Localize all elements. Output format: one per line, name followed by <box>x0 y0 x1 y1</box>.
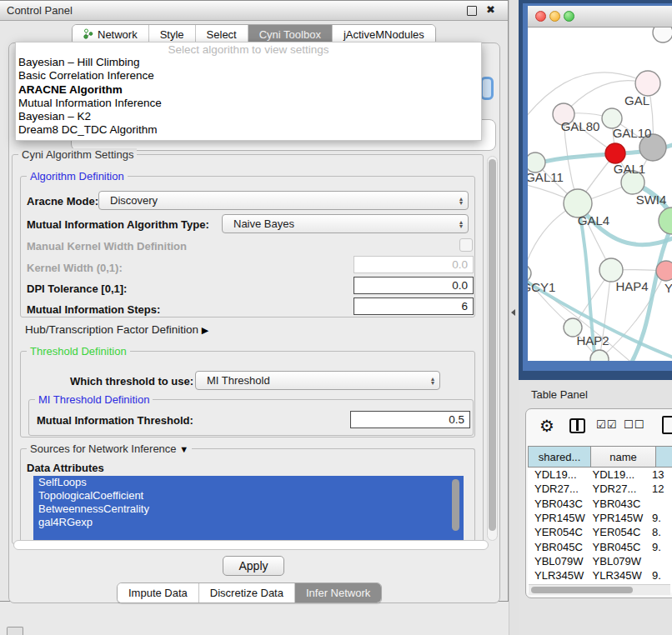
occluded-focused-combo <box>480 77 494 100</box>
table-cell: YER054C <box>528 526 586 538</box>
table-cell: YDR27... <box>586 482 645 495</box>
attribute-topologicalcoefficient[interactable]: TopologicalCoefficient <box>33 489 464 502</box>
which-threshold-combo[interactable]: MI Threshold ▴▾ <box>195 371 440 390</box>
network-canvas[interactable]: GALGAL80GAL10GAL1GAL11SWI4GAL4GCY1HAP4YH… <box>528 28 672 361</box>
network-view-window[interactable]: GALGAL80GAL10GAL1GAL11SWI4GAL4GCY1HAP4YH… <box>523 3 672 371</box>
network-node-gal1[interactable] <box>605 143 625 163</box>
mi-steps-field[interactable]: 6 <box>354 298 474 315</box>
close-traffic-icon[interactable] <box>535 11 546 22</box>
mi-steps-value: 6 <box>461 300 468 312</box>
network-node-y[interactable] <box>656 261 672 281</box>
collapse-down-icon: ▼ <box>179 444 188 454</box>
zoom-traffic-icon[interactable] <box>564 11 574 22</box>
attribute-betweennesscentrality[interactable]: BetweennessCentrality <box>33 502 464 516</box>
network-node[interactable] <box>653 28 672 42</box>
stepper-icon: ▴▾ <box>431 377 434 385</box>
network-graph-icon <box>83 28 93 42</box>
algorithm-option-basic-correlation-inference[interactable]: Basic Correlation Inference <box>16 69 481 82</box>
aracne-mode-value: Discovery <box>99 194 459 207</box>
gear-icon[interactable]: ⚙ <box>539 416 554 436</box>
sources-title[interactable]: Sources for Network Inference ▼ <box>27 442 192 455</box>
network-graph: GALGAL80GAL10GAL1GAL11SWI4GAL4GCY1HAP4YH… <box>528 28 672 361</box>
float-window-icon[interactable] <box>467 6 477 16</box>
algorithm-dropdown-prompt: Select algorithm to view settings <box>16 43 481 56</box>
network-node-gcy1[interactable] <box>528 265 531 282</box>
table-cell: YBR043C <box>586 498 645 510</box>
table-hscrollbar[interactable] <box>529 584 670 595</box>
mi-type-combo[interactable]: Naive Bayes ▴▾ <box>222 214 469 233</box>
tab-label: Infer Network <box>306 587 370 599</box>
manual-kernel-checkbox[interactable] <box>459 238 473 252</box>
settings-scrollbar[interactable] <box>487 156 498 541</box>
mi-threshold-label: Mutual Information Threshold: <box>37 414 193 427</box>
table-row[interactable]: YBR043CYBR043C <box>528 497 672 511</box>
table-row[interactable]: YLR345WYLR345W9. <box>528 568 672 582</box>
settings-hscrollbar[interactable] <box>13 540 489 550</box>
sources-title-label: Sources for Network Inference <box>30 442 177 455</box>
mi-type-value: Naive Bayes <box>223 218 459 230</box>
table-row[interactable]: YDR27...YDR27...12 <box>528 482 672 496</box>
dpi-tolerance-field[interactable]: 0.0 <box>354 277 474 294</box>
table-cell: YER054C <box>586 526 645 538</box>
algorithm-option-dream8-dc-tdc-algorithm[interactable]: Dream8 DC_TDC Algorithm <box>16 123 481 137</box>
mi-threshold-value: 0.5 <box>449 413 464 426</box>
split-columns-icon[interactable] <box>569 418 585 433</box>
network-node-label: GAL <box>624 93 649 108</box>
bottom-left-widget-fragment <box>7 627 23 635</box>
column-header-name[interactable]: name <box>591 446 656 468</box>
minimize-traffic-icon[interactable] <box>549 11 560 22</box>
network-node-gal[interactable] <box>635 71 660 96</box>
table-row[interactable]: YBR045CYBR045C9. <box>528 539 672 553</box>
document-icon[interactable] <box>662 416 672 434</box>
stepper-icon: ▴▾ <box>459 220 463 228</box>
aracne-mode-label: Aracne Mode: <box>27 195 98 208</box>
column-header-2[interactable] <box>656 446 672 468</box>
mi-threshold-field[interactable]: 0.5 <box>350 411 470 428</box>
tab-discretize-data[interactable]: Discretize Data <box>199 583 295 602</box>
tab-impute-data[interactable]: Impute Data <box>118 583 199 602</box>
table-row[interactable]: YPR145WYPR145W9. <box>528 511 672 525</box>
panel-divider[interactable] <box>509 0 519 635</box>
algorithm-option-aracne-algorithm[interactable]: ARACNE Algorithm <box>16 83 481 97</box>
tab-infer-network[interactable]: Infer Network <box>295 583 381 602</box>
table-row[interactable]: YBL079WYBL079W <box>528 554 672 568</box>
apply-button[interactable]: Apply <box>223 556 284 576</box>
close-icon[interactable]: ✖ <box>486 3 495 16</box>
hub-definition-toggle[interactable]: Hub/Transcription Factor Definition ▶ <box>25 323 208 336</box>
network-desktop: GALGAL80GAL10GAL1GAL11SWI4GAL4GCY1HAP4YH… <box>519 0 672 380</box>
network-node-label: GAL10 <box>613 126 652 140</box>
table-row[interactable]: YDL19...YDL19...13 <box>528 468 672 482</box>
algorithm-option-bayesian-hill-climbing[interactable]: Bayesian – Hill Climbing <box>16 56 481 69</box>
collapse-left-icon[interactable] <box>511 309 515 316</box>
network-node-label: GAL11 <box>528 170 564 184</box>
kernel-width-field[interactable]: 0.0 <box>354 256 474 273</box>
network-node-hap4[interactable] <box>599 258 623 282</box>
attributes-scrollbar[interactable] <box>452 479 459 531</box>
stepper-icon: ▴▾ <box>459 197 463 205</box>
table-panel-section: Table Panel ⚙ ☑☑ ☐☐ shared...name YDL19.… <box>519 380 672 635</box>
tab-label: Style <box>160 28 184 41</box>
table-cell: YDL19... <box>528 468 586 481</box>
network-window-titlebar[interactable] <box>528 6 672 28</box>
select-all-checkboxes-icon[interactable]: ☑☑ <box>596 418 617 431</box>
algorithm-dropdown-list: Bayesian – Hill ClimbingBasic Correlatio… <box>16 56 481 138</box>
table-cell: YPR145W <box>586 512 645 524</box>
network-node[interactable] <box>659 208 672 234</box>
tab-label: Cyni Toolbox <box>259 28 321 41</box>
network-node-label: HAP2 <box>576 333 609 348</box>
algorithm-option-mutual-information-inference[interactable]: Mutual Information Inference <box>16 97 481 110</box>
column-header-shared[interactable]: shared... <box>528 446 591 468</box>
attribute-selfloops[interactable]: SelfLoops <box>33 476 464 489</box>
attribute-gal4rgexp[interactable]: gal4RGexp <box>33 516 464 529</box>
dpi-tolerance-label: DPI Tolerance [0,1]: <box>27 282 127 295</box>
table-row[interactable]: YER054CYER054C8. <box>528 525 672 539</box>
table-panel-title: Table Panel <box>531 388 588 401</box>
network-node-label: SWI4 <box>636 192 667 207</box>
deselect-all-checkboxes-icon[interactable]: ☐☐ <box>624 418 644 431</box>
algorithm-dropdown: Select algorithm to view settings Bayesi… <box>15 42 482 141</box>
control-panel-titlebar[interactable]: Control Panel ✖ <box>0 1 508 21</box>
tab-label: Discretize Data <box>210 587 283 599</box>
algorithm-option-bayesian-k2[interactable]: Bayesian – K2 <box>16 110 481 123</box>
aracne-mode-combo[interactable]: Discovery ▴▾ <box>98 191 469 210</box>
screen: Control Panel ✖ NetworkStyleSelectCyni T… <box>0 0 672 635</box>
